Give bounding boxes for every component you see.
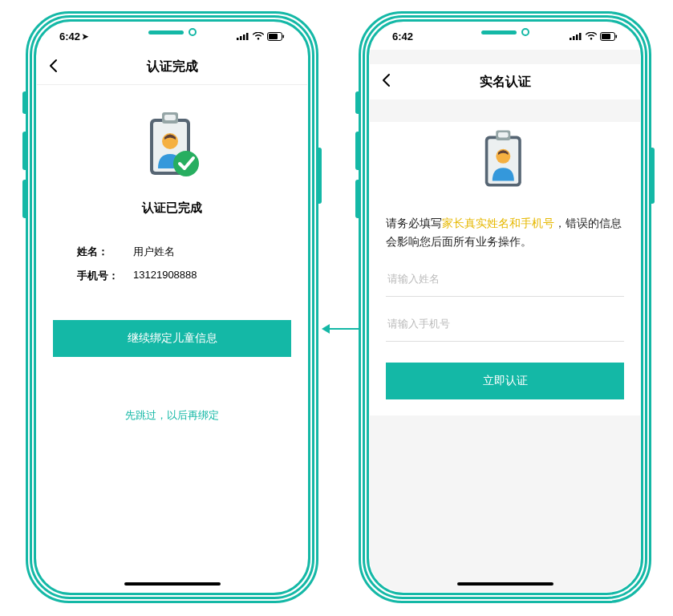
instruction-prefix: 请务必填写: [386, 217, 442, 229]
name-row: 姓名： 用户姓名: [53, 240, 291, 264]
instruction-highlight: 家长真实姓名和手机号: [442, 217, 554, 229]
verify-now-button[interactable]: 立即认证: [386, 363, 624, 399]
page-title: 实名认证: [480, 74, 531, 91]
svg-rect-10: [164, 115, 176, 120]
notch: [445, 22, 566, 42]
svg-rect-2: [243, 34, 245, 40]
nav-bar: 认证完成: [37, 50, 307, 85]
status-indicators: [570, 32, 618, 41]
name-value: 用户姓名: [133, 245, 175, 259]
content-area: 认证已完成 姓名： 用户姓名 手机号： 13121908888 继续绑定儿童信息…: [37, 85, 307, 592]
svg-point-12: [173, 151, 199, 176]
phone-input[interactable]: [386, 306, 624, 342]
signal-icon: [570, 32, 582, 40]
chevron-left-icon: [381, 73, 391, 87]
battery-icon: [600, 32, 618, 41]
content-area: 请务必填写家长真实姓名和手机号，错误的信息会影响您后面所有业务操作。 立即认证: [370, 99, 640, 592]
screen-left: 6:42 ➤ 认证完成: [37, 22, 307, 592]
id-card-icon: [386, 122, 624, 202]
status-time: 6:42: [59, 30, 80, 43]
completed-heading: 认证已完成: [53, 201, 291, 216]
name-input[interactable]: [386, 261, 624, 297]
svg-rect-16: [579, 33, 582, 40]
id-card-success-icon: [53, 107, 291, 188]
name-label: 姓名：: [77, 245, 133, 259]
svg-rect-18: [602, 34, 610, 39]
home-indicator[interactable]: [124, 582, 221, 586]
nav-bar: 实名认证: [370, 64, 640, 99]
svg-rect-5: [269, 34, 278, 39]
phone-row: 手机号： 13121908888: [53, 264, 291, 288]
instruction-text: 请务必填写家长真实姓名和手机号，错误的信息会影响您后面所有业务操作。: [386, 215, 624, 252]
continue-bind-child-button[interactable]: 继续绑定儿童信息: [53, 320, 291, 357]
back-button[interactable]: [381, 71, 391, 92]
skip-link[interactable]: 先跳过，以后再绑定: [53, 408, 291, 423]
svg-rect-6: [283, 34, 285, 38]
svg-rect-14: [573, 36, 575, 40]
status-bar: 6:42: [370, 22, 640, 50]
signal-icon: [237, 32, 249, 40]
phone-value: 13121908888: [133, 269, 197, 283]
status-indicators: [237, 32, 285, 41]
status-bar: 6:42 ➤: [37, 22, 307, 50]
status-time: 6:42: [392, 30, 413, 43]
svg-rect-3: [246, 33, 249, 40]
wifi-icon: [253, 32, 264, 40]
svg-rect-15: [576, 34, 578, 40]
back-button[interactable]: [48, 57, 58, 78]
screen-right: 6:42 实名认证: [370, 22, 640, 592]
location-icon: ➤: [82, 32, 88, 41]
page-title: 认证完成: [147, 59, 198, 75]
phone-mockup-left: 6:42 ➤ 认证完成: [26, 11, 318, 603]
battery-icon: [267, 32, 285, 41]
svg-rect-19: [616, 34, 618, 38]
home-indicator[interactable]: [457, 582, 553, 586]
phone-mockup-right: 6:42 实名认证: [359, 11, 651, 603]
notch: [112, 22, 233, 42]
flow-arrow-left-icon: [322, 324, 360, 334]
svg-rect-23: [498, 132, 509, 137]
svg-rect-13: [570, 38, 572, 40]
wifi-icon: [586, 32, 597, 40]
chevron-left-icon: [48, 59, 58, 73]
svg-rect-1: [240, 36, 242, 40]
phone-label: 手机号：: [77, 269, 133, 283]
svg-rect-0: [237, 38, 239, 40]
